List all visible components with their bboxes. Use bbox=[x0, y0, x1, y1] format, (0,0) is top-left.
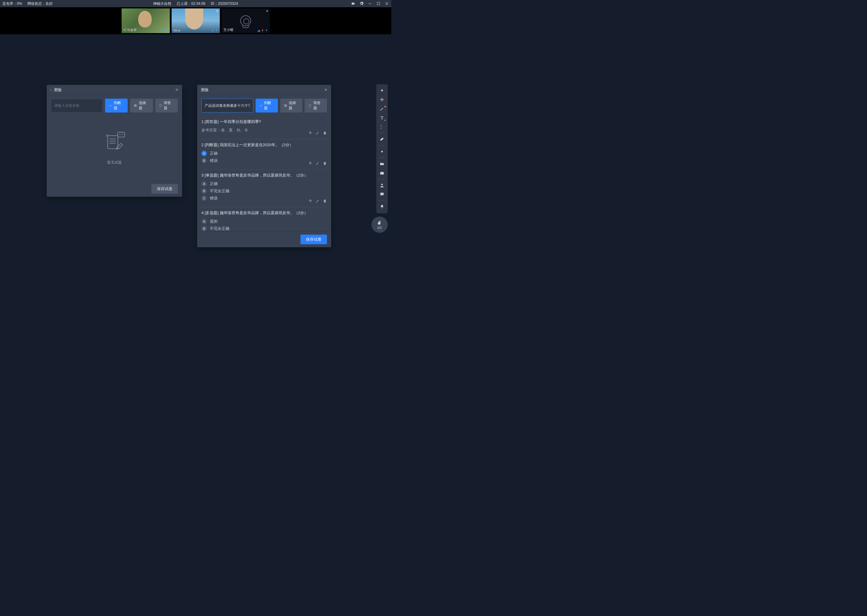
edit-icon[interactable] bbox=[315, 131, 320, 136]
empty-state: 暂无试题 bbox=[51, 116, 178, 177]
empty-document-icon bbox=[101, 128, 128, 155]
video-strip: 叮当老师 × Nina × 王小明 bbox=[0, 7, 391, 34]
option-row[interactable]: B不完全正确 bbox=[202, 188, 327, 194]
option-row[interactable]: B不完全正确 bbox=[202, 226, 327, 231]
question-block: 3 [单选题] 施华洛世奇是反华品牌，所以梁鼎琪反华。（2分）A正确B不完全正确… bbox=[202, 170, 327, 207]
question-title: 3 [单选题] 施华洛世奇是反华品牌，所以梁鼎琪反华。（2分） bbox=[202, 173, 327, 178]
option-badge: B bbox=[202, 226, 207, 231]
option-badge: A bbox=[202, 151, 207, 156]
move-icon[interactable] bbox=[377, 96, 387, 104]
quiz-panel-filled: 测验 ✕ 判断题 选择题 简答题 1 [简答题] 一年四季分别是哪四季?参考答案… bbox=[197, 85, 331, 247]
option-label: 不完全正确 bbox=[210, 226, 229, 231]
raise-hand-count: 0/2 bbox=[377, 226, 382, 229]
option-badge: C bbox=[202, 195, 207, 201]
add-short-answer-button[interactable]: 简答题 bbox=[305, 99, 327, 113]
exam-name-input[interactable] bbox=[202, 99, 253, 113]
minimize-icon[interactable] bbox=[368, 2, 372, 6]
pointer-icon[interactable] bbox=[377, 86, 387, 95]
add-judge-button[interactable]: 判断题 bbox=[105, 99, 128, 113]
panel-title: 测验 bbox=[54, 87, 62, 93]
question-title: 1 [简答题] 一年四季分别是哪四季? bbox=[202, 119, 327, 124]
edit-icon[interactable] bbox=[315, 199, 320, 204]
svg-point-18 bbox=[381, 184, 383, 185]
question-block: 1 [简答题] 一年四季分别是哪四季?参考答案：春、夏、秋、冬 bbox=[202, 116, 327, 139]
packet-loss: 丢包率：0% bbox=[2, 1, 22, 6]
video-tile-student[interactable]: × Nina bbox=[172, 8, 220, 33]
svg-rect-5 bbox=[108, 136, 118, 149]
svg-rect-4 bbox=[160, 104, 162, 107]
toolbox-icon[interactable] bbox=[377, 169, 387, 177]
person-icon[interactable] bbox=[377, 181, 387, 190]
exam-name-input[interactable] bbox=[51, 99, 102, 113]
add-choice-button[interactable]: 选择题 bbox=[130, 99, 153, 113]
audio-indicator-icon bbox=[258, 29, 268, 32]
delete-icon[interactable] bbox=[323, 131, 327, 136]
folder-icon[interactable] bbox=[377, 160, 387, 168]
chat-icon[interactable] bbox=[377, 190, 387, 198]
close-icon[interactable]: ✕ bbox=[175, 88, 178, 92]
audio-indicator-icon bbox=[211, 29, 218, 32]
eraser-icon[interactable] bbox=[377, 135, 387, 143]
bell-icon[interactable] bbox=[377, 203, 387, 211]
svg-rect-0 bbox=[369, 3, 371, 4]
option-label: 错误 bbox=[210, 195, 218, 201]
move-icon[interactable] bbox=[308, 161, 312, 167]
svg-rect-15 bbox=[309, 104, 311, 107]
option-row[interactable]: A是的 bbox=[202, 218, 327, 224]
camera-off-icon bbox=[240, 15, 251, 26]
close-icon[interactable]: ✕ bbox=[324, 88, 328, 92]
svg-point-16 bbox=[381, 151, 383, 152]
svg-point-1 bbox=[212, 30, 213, 31]
raise-hand-badge[interactable]: 0/2 bbox=[372, 217, 388, 233]
move-icon[interactable] bbox=[308, 131, 312, 136]
svg-point-10 bbox=[119, 134, 120, 135]
save-exam-button[interactable]: 保存试卷 bbox=[300, 235, 327, 244]
back-icon[interactable]: ‹ bbox=[50, 88, 52, 92]
maximize-icon[interactable] bbox=[376, 2, 380, 6]
option-label: 正确 bbox=[210, 151, 218, 156]
question-block: 2 [判断题] 我国宪法上一次更新是在2020年。（2分）A正确B错误 bbox=[202, 139, 327, 170]
participant-name: 叮当老师 bbox=[123, 28, 137, 32]
tools-toolbar bbox=[376, 84, 388, 213]
question-block: 4 [多选题] 施华洛世奇是反华品牌，所以梁鼎琪反华。（2分）A是的B不完全正确… bbox=[202, 207, 327, 231]
video-tile-student[interactable]: × 王小明 bbox=[222, 8, 270, 33]
move-icon[interactable] bbox=[308, 199, 312, 204]
text-icon[interactable] bbox=[377, 114, 387, 122]
option-badge: A bbox=[202, 181, 207, 187]
settings-icon[interactable] bbox=[359, 2, 364, 6]
question-tools bbox=[308, 199, 327, 204]
delete-icon[interactable] bbox=[323, 161, 327, 167]
question-title: 2 [判断题] 我国宪法上一次更新是在2020年。（2分） bbox=[202, 142, 327, 148]
svg-point-14 bbox=[285, 105, 286, 106]
tile-close-icon[interactable]: × bbox=[266, 9, 268, 13]
svg-point-11 bbox=[120, 134, 121, 135]
option-label: 不完全正确 bbox=[210, 188, 229, 194]
video-tile-teacher[interactable]: 叮当老师 bbox=[121, 8, 170, 33]
tile-close-icon[interactable]: × bbox=[216, 9, 218, 13]
svg-rect-17 bbox=[380, 172, 384, 174]
add-short-answer-button[interactable]: 简答题 bbox=[155, 99, 178, 113]
brightness-icon[interactable] bbox=[377, 148, 387, 156]
add-choice-button[interactable]: 选择题 bbox=[280, 99, 303, 113]
edit-icon[interactable] bbox=[315, 161, 320, 167]
course-title: 神秘大自然 bbox=[153, 1, 171, 6]
top-bar: 丢包率：0% 网络状态：良好 神秘大自然 已上课：02:34:09 ID：202… bbox=[0, 0, 391, 7]
option-badge: B bbox=[202, 188, 207, 194]
elapsed-time: 已上课：02:34:09 bbox=[177, 1, 205, 6]
camera-icon[interactable] bbox=[351, 2, 355, 6]
close-icon[interactable] bbox=[385, 2, 389, 6]
option-label: 正确 bbox=[210, 181, 218, 187]
participant-name: 王小明 bbox=[223, 28, 233, 32]
panel-title: 测验 bbox=[201, 87, 209, 93]
option-row[interactable]: A正确 bbox=[202, 181, 327, 187]
pen-icon[interactable] bbox=[377, 105, 387, 113]
option-row[interactable]: A正确 bbox=[202, 151, 327, 156]
svg-point-3 bbox=[135, 105, 136, 106]
add-judge-button[interactable]: 判断题 bbox=[255, 99, 278, 113]
delete-icon[interactable] bbox=[323, 199, 327, 204]
save-exam-button[interactable]: 保存试卷 bbox=[151, 184, 178, 194]
scissors-icon[interactable] bbox=[377, 123, 387, 131]
participant-name: Nina bbox=[173, 28, 180, 32]
session-id: ID：2020070324 bbox=[211, 1, 238, 6]
svg-point-12 bbox=[122, 134, 123, 135]
